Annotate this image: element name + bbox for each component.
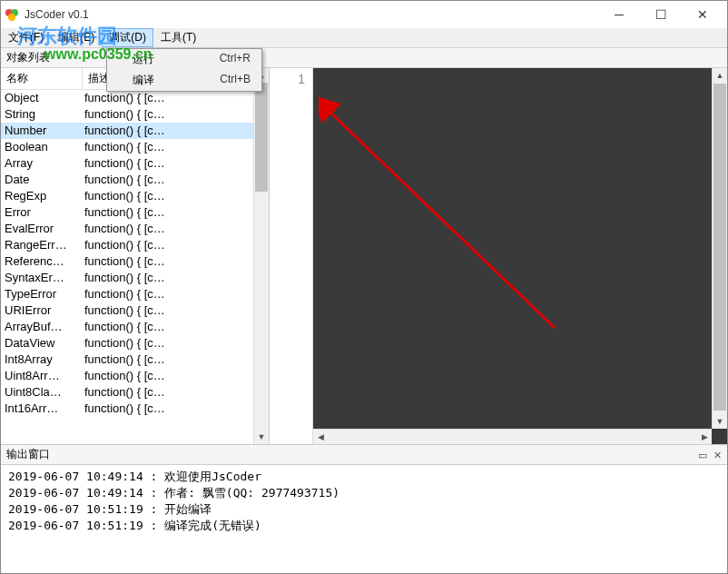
table-row[interactable]: URIErrorfunction() { [c…: [1, 302, 269, 319]
cell-name: TypeError: [5, 286, 84, 302]
cell-name: EvalError: [5, 221, 84, 237]
window-title: JsCoder v0.1: [25, 8, 598, 21]
menu-run-label: 运行: [133, 52, 154, 67]
cell-name: RegExp: [5, 188, 84, 204]
cell-name: Boolean: [5, 139, 84, 155]
menu-compile-label: 编译: [133, 73, 154, 88]
cell-desc: function() { [c…: [84, 172, 265, 188]
menu-compile-shortcut: Ctrl+B: [220, 73, 251, 88]
cell-desc: function() { [c…: [84, 319, 265, 335]
table-row[interactable]: Arrayfunction() { [c…: [1, 155, 269, 172]
cell-desc: function() { [c…: [84, 302, 265, 319]
menu-file[interactable]: 文件(F): [1, 28, 51, 47]
menu-run[interactable]: 运行 Ctrl+R: [107, 49, 261, 70]
scroll-right-icon[interactable]: ▶: [697, 430, 712, 444]
cell-desc: function() { [c…: [84, 270, 265, 286]
table-row[interactable]: ArrayBuf…function() { [c…: [1, 319, 269, 335]
cell-desc: function() { [c…: [84, 90, 265, 106]
cell-name: URIError: [5, 302, 84, 319]
close-button[interactable]: ✕: [682, 1, 723, 28]
cell-name: ArrayBuf…: [5, 319, 84, 335]
menu-run-shortcut: Ctrl+R: [220, 52, 251, 67]
menu-compile[interactable]: 编译 Ctrl+B: [107, 70, 261, 91]
table-row[interactable]: RegExpfunction() { [c…: [1, 188, 269, 204]
scroll-thumb[interactable]: [713, 84, 726, 411]
menu-tools[interactable]: 工具(T): [153, 28, 203, 47]
editor-vscrollbar[interactable]: ▲ ▼: [712, 68, 727, 429]
titlebar: JsCoder v0.1 ─ ☐ ✕: [1, 1, 727, 28]
table-row[interactable]: Int8Arrayfunction() { [c…: [1, 351, 269, 368]
cell-name: RangeErr…: [5, 237, 84, 253]
cell-name: DataView: [5, 335, 84, 351]
table-row[interactable]: Numberfunction() { [c…: [1, 123, 269, 139]
cell-name: Int16Arr…: [5, 401, 84, 417]
table-row[interactable]: Objectfunction() { [c…: [1, 90, 269, 106]
menu-debug[interactable]: 调试(D): [102, 28, 153, 47]
output-close-icon[interactable]: ✕: [713, 450, 722, 460]
debug-dropdown: 运行 Ctrl+R 编译 Ctrl+B: [106, 48, 262, 92]
menubar: 文件(F) 编辑(E) 调试(D) 工具(T) 运行 Ctrl+R 编译 Ctr…: [1, 28, 727, 48]
table-row[interactable]: DataViewfunction() { [c…: [1, 335, 269, 351]
cell-desc: function() { [c…: [84, 123, 265, 139]
cell-name: Number: [5, 123, 84, 139]
menu-edit[interactable]: 编辑(E): [51, 28, 102, 47]
svg-point-2: [8, 14, 15, 21]
cell-desc: function() { [c…: [84, 221, 265, 237]
table-body: Objectfunction() { [c…Stringfunction() {…: [1, 90, 269, 444]
scroll-down-icon[interactable]: ▼: [254, 430, 269, 444]
cell-name: Date: [5, 172, 84, 188]
cell-name: Object: [5, 90, 84, 106]
cell-name: SyntaxEr…: [5, 270, 84, 286]
minimize-button[interactable]: ─: [598, 1, 640, 28]
cell-name: Array: [5, 155, 84, 172]
app-icon: [5, 7, 19, 22]
scroll-down-icon[interactable]: ▼: [713, 414, 727, 429]
cell-desc: function() { [c…: [84, 286, 265, 302]
table-row[interactable]: Uint8Arr…function() { [c…: [1, 368, 269, 384]
table-row[interactable]: Referenc…function() { [c…: [1, 253, 269, 270]
table-row[interactable]: Stringfunction() { [c…: [1, 106, 269, 123]
output-panel[interactable]: 2019-06-07 10:49:14 : 欢迎使用JsCoder 2019-0…: [1, 465, 727, 574]
cell-desc: function() { [c…: [84, 368, 265, 384]
code-editor[interactable]: 1 ▲ ▼ ◀ ▶: [270, 68, 727, 444]
cell-name: Int8Array: [5, 351, 84, 368]
cell-name: Uint8Arr…: [5, 368, 84, 384]
line-number: 1: [270, 72, 305, 86]
code-area[interactable]: [313, 68, 727, 444]
cell-desc: function() { [c…: [84, 139, 265, 155]
table-row[interactable]: Errorfunction() { [c…: [1, 204, 269, 221]
cell-name: Error: [5, 204, 84, 221]
table-row[interactable]: TypeErrorfunction() { [c…: [1, 286, 269, 302]
scroll-left-icon[interactable]: ◀: [313, 430, 328, 444]
object-list-panel: 名称 描述 Objectfunction() { [c…Stringfuncti…: [1, 68, 270, 444]
sidebar-scrollbar[interactable]: ▲ ▼: [253, 68, 269, 444]
table-row[interactable]: EvalErrorfunction() { [c…: [1, 221, 269, 237]
cell-desc: function() { [c…: [84, 335, 265, 351]
column-name[interactable]: 名称: [1, 68, 83, 89]
cell-desc: function() { [c…: [84, 237, 265, 253]
table-row[interactable]: RangeErr…function() { [c…: [1, 237, 269, 253]
cell-desc: function() { [c…: [84, 204, 265, 221]
table-row[interactable]: Int16Arr…function() { [c…: [1, 401, 269, 417]
line-gutter: 1: [270, 68, 313, 444]
table-row[interactable]: Booleanfunction() { [c…: [1, 139, 269, 155]
maximize-button[interactable]: ☐: [640, 1, 682, 28]
cell-desc: function() { [c…: [84, 106, 265, 123]
cell-desc: function() { [c…: [84, 351, 265, 368]
scroll-thumb[interactable]: [255, 83, 268, 192]
cell-name: Referenc…: [5, 253, 84, 270]
output-undock-icon[interactable]: ▭: [698, 450, 707, 460]
cell-name: Uint8Cla…: [5, 384, 84, 401]
scroll-up-icon[interactable]: ▲: [713, 68, 727, 83]
app-window: JsCoder v0.1 ─ ☐ ✕ 文件(F) 编辑(E) 调试(D) 工具(…: [0, 0, 728, 574]
main-area: 名称 描述 Objectfunction() { [c…Stringfuncti…: [1, 68, 727, 444]
cell-desc: function() { [c…: [84, 155, 265, 172]
cell-desc: function() { [c…: [84, 384, 265, 401]
table-row[interactable]: SyntaxEr…function() { [c…: [1, 270, 269, 286]
cell-name: String: [5, 106, 84, 123]
table-row[interactable]: Datefunction() { [c…: [1, 172, 269, 188]
cell-desc: function() { [c…: [84, 188, 265, 204]
output-title-text: 输出窗口: [6, 447, 50, 462]
table-row[interactable]: Uint8Cla…function() { [c…: [1, 384, 269, 401]
editor-hscrollbar[interactable]: ◀ ▶: [313, 429, 712, 444]
